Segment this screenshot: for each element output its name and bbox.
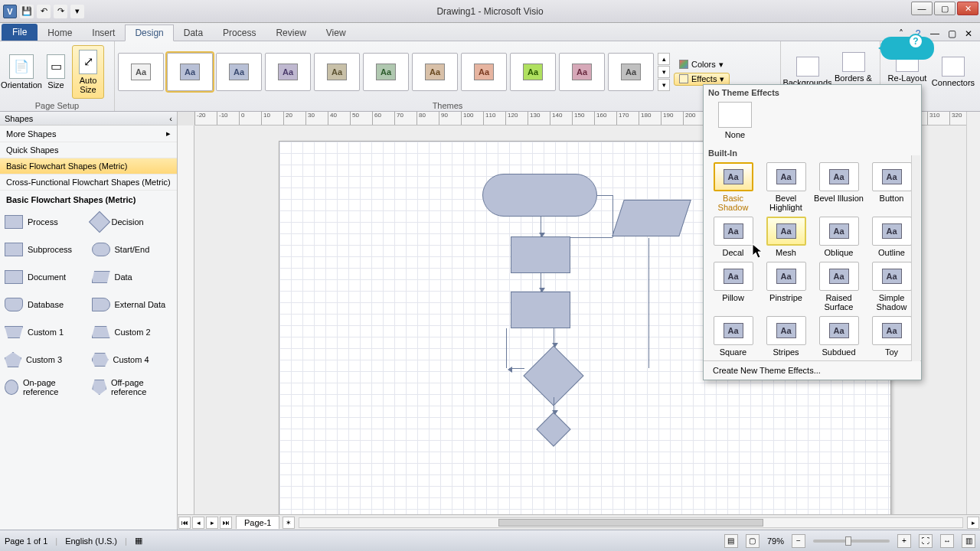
connector-4[interactable] <box>554 397 554 414</box>
shape-decision[interactable]: Decision <box>92 209 173 235</box>
connector-6a[interactable] <box>648 238 649 368</box>
undo-icon[interactable]: ↶ <box>37 5 51 18</box>
tab-view[interactable]: View <box>316 24 356 41</box>
tab-data[interactable]: Data <box>174 24 213 41</box>
quick-shapes-item[interactable]: Quick Shapes <box>0 142 177 158</box>
tab-insert[interactable]: Insert <box>82 24 125 41</box>
first-page-icon[interactable]: ⏮ <box>178 517 191 529</box>
tab-review[interactable]: Review <box>266 24 315 41</box>
canvas-process-1[interactable] <box>511 236 570 273</box>
zoom-slider[interactable] <box>813 540 890 543</box>
theme-swatch-2[interactable]: Aa <box>216 53 262 91</box>
orientation-button[interactable]: 📄Orientation <box>3 45 40 99</box>
shape-data[interactable]: Data <box>92 264 173 290</box>
tab-home[interactable]: Home <box>38 24 82 41</box>
more-shapes-item[interactable]: More Shapes▸ <box>0 126 177 142</box>
view-normal-icon[interactable]: ▤ <box>724 534 738 548</box>
cross-functional-stencil-item[interactable]: Cross-Functional Flowchart Shapes (Metri… <box>0 174 177 191</box>
save-icon[interactable]: 💾 <box>20 5 34 18</box>
tab-process[interactable]: Process <box>213 24 266 41</box>
switch-windows-icon[interactable]: ▥ <box>962 534 975 548</box>
auto-size-button[interactable]: ⤢Auto Size <box>72 45 104 99</box>
theme-swatch-9[interactable]: Aa <box>559 53 605 91</box>
theme-swatch-7[interactable]: Aa <box>461 53 507 91</box>
theme-swatch-1[interactable]: Aa <box>167 53 213 91</box>
connector-5c[interactable] <box>570 237 612 238</box>
zoom-out-icon[interactable]: − <box>792 534 805 548</box>
shape-process[interactable]: Process <box>5 209 86 235</box>
effect-pillow[interactable]: AaPillow <box>708 262 758 311</box>
connector-3[interactable] <box>554 328 554 347</box>
effect-outline[interactable]: AaOutline <box>867 217 916 257</box>
visio-app-icon[interactable]: V <box>3 5 17 18</box>
connector-2[interactable] <box>541 273 541 292</box>
effect-subdued[interactable]: AaSubdued <box>814 316 864 357</box>
size-button[interactable]: ▭Size <box>41 45 70 99</box>
effect-pinstripe[interactable]: AaPinstripe <box>761 262 811 311</box>
effect-toy[interactable]: AaToy <box>867 316 916 357</box>
canvas-data-shape[interactable] <box>612 200 691 236</box>
theme-more-icon[interactable]: ▾ <box>658 79 670 91</box>
connectors-button[interactable]: Connectors <box>931 57 975 87</box>
qat-more-icon[interactable]: ▾ <box>70 5 84 18</box>
last-page-icon[interactable]: ⏭ <box>220 517 232 529</box>
prev-page-icon[interactable]: ◂ <box>192 517 204 529</box>
vertical-scrollbar[interactable] <box>966 112 980 514</box>
effect-simple-shadow[interactable]: AaSimple Shadow <box>867 262 916 311</box>
horizontal-scrollbar[interactable] <box>299 517 963 528</box>
effect-square[interactable]: AaSquare <box>708 316 758 357</box>
effect-mesh[interactable]: AaMesh <box>761 217 811 257</box>
macro-icon[interactable]: ▦ <box>135 536 142 546</box>
effect-oblique[interactable]: AaOblique <box>814 217 864 257</box>
theme-swatch-0[interactable]: Aa <box>118 53 164 91</box>
theme-scroll-up-icon[interactable]: ▴ <box>658 53 670 65</box>
effect-stripes[interactable]: AaStripes <box>761 316 811 357</box>
minimize-button[interactable]: — <box>911 2 933 15</box>
basic-flowchart-stencil-item[interactable]: Basic Flowchart Shapes (Metric) <box>0 158 177 174</box>
mdi-close-icon[interactable]: ✕ <box>962 27 975 41</box>
effects-scrollbar[interactable] <box>911 155 920 361</box>
shape-onpage-ref[interactable]: On-page reference <box>5 374 86 400</box>
maximize-button[interactable]: ▢ <box>934 2 956 15</box>
page-tab-1[interactable]: Page-1 <box>236 516 279 529</box>
colors-button[interactable]: Colors▾ <box>674 58 730 71</box>
mdi-restore-icon[interactable]: ▢ <box>945 27 959 41</box>
zoom-value[interactable]: 79% <box>767 536 784 546</box>
fit-page-icon[interactable]: ⛶ <box>919 534 933 548</box>
tab-file[interactable]: File <box>2 24 38 41</box>
theme-swatch-6[interactable]: Aa <box>412 53 458 91</box>
zoom-in-icon[interactable]: + <box>897 534 911 548</box>
shape-database[interactable]: Database <box>5 292 86 318</box>
next-page-icon[interactable]: ▸ <box>206 517 218 529</box>
connector-1[interactable] <box>541 217 541 236</box>
effect-raised-surface[interactable]: AaRaised Surface <box>814 262 864 311</box>
shapes-panel-header[interactable]: Shapes‹ <box>0 112 177 126</box>
new-page-icon[interactable]: ✶ <box>283 517 295 529</box>
connector-7[interactable] <box>509 368 524 369</box>
theme-swatch-3[interactable]: Aa <box>265 53 311 91</box>
collapse-icon[interactable]: ‹ <box>169 114 172 123</box>
tab-design[interactable]: Design <box>125 24 173 41</box>
effect-button[interactable]: AaButton <box>867 162 916 212</box>
shape-offpage-ref[interactable]: Off-page reference <box>92 374 173 400</box>
theme-scroll-down-icon[interactable]: ▾ <box>658 66 670 78</box>
view-full-icon[interactable]: ▢ <box>746 534 760 548</box>
shape-custom4[interactable]: Custom 4 <box>92 347 173 373</box>
theme-swatch-8[interactable]: Aa <box>510 53 556 91</box>
shape-custom3[interactable]: Custom 3 <box>5 347 86 373</box>
shape-subprocess[interactable]: Subprocess <box>5 236 86 262</box>
connector-5b[interactable] <box>612 195 613 237</box>
effect-bevel-highlight[interactable]: AaBevel Highlight <box>761 162 811 212</box>
theme-swatch-5[interactable]: Aa <box>363 53 409 91</box>
theme-swatch-4[interactable]: Aa <box>314 53 360 91</box>
close-button[interactable]: ✕ <box>957 2 978 15</box>
scroll-right-icon[interactable]: ▸ <box>967 517 979 529</box>
effect-bevel-illusion[interactable]: AaBevel Illusion <box>814 162 864 212</box>
effect-none[interactable]: None <box>704 99 760 145</box>
effect-basic-shadow[interactable]: AaBasic Shadow <box>708 162 758 212</box>
fit-width-icon[interactable]: ↔ <box>940 534 954 548</box>
redo-icon[interactable]: ↷ <box>54 5 67 18</box>
connector-5a[interactable] <box>597 195 612 196</box>
effects-button[interactable]: Effects▾ <box>674 73 730 86</box>
effect-decal[interactable]: AaDecal <box>708 217 758 257</box>
